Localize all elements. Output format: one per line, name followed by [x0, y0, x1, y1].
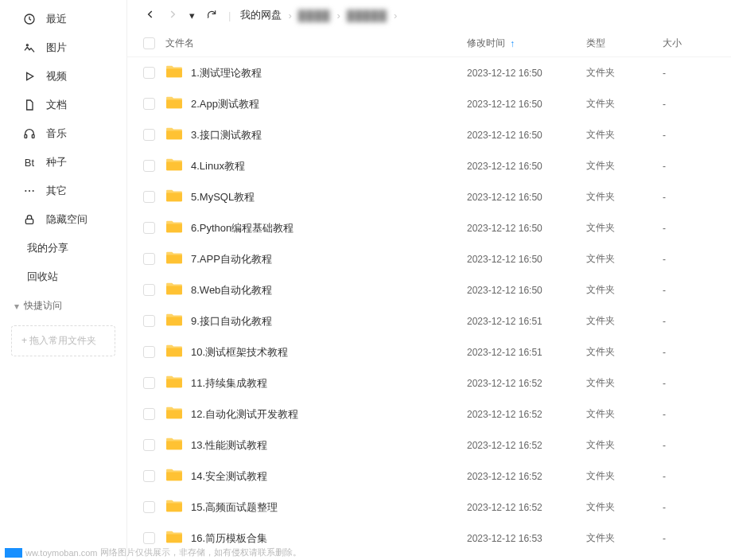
file-name: 15.高频面试题整理 — [191, 500, 278, 515]
table-row[interactable]: 11.持续集成教程2023-12-12 16:52文件夹- — [127, 368, 731, 399]
sidebar-item-recent[interactable]: 最近 — [0, 5, 126, 33]
sidebar-item-images[interactable]: 图片 — [0, 33, 126, 62]
file-date: 2023-12-12 16:53 — [467, 533, 586, 544]
forward-button[interactable] — [165, 9, 180, 22]
file-type: 文件夹 — [586, 159, 663, 173]
table-row[interactable]: 8.Web自动化教程2023-12-12 16:50文件夹- — [127, 274, 731, 305]
sort-asc-icon: ↑ — [510, 38, 515, 49]
table-row[interactable]: 15.高频面试题整理2023-12-12 16:52文件夹- — [127, 492, 731, 523]
breadcrumb-item-2[interactable]: █████ — [347, 10, 387, 21]
sidebar-item-hidden[interactable]: 隐藏空间 — [0, 205, 126, 234]
table-row[interactable]: 14.安全测试教程2023-12-12 16:52文件夹- — [127, 461, 731, 492]
file-size: - — [663, 223, 718, 234]
table-row[interactable]: 13.性能测试教程2023-12-12 16:52文件夹- — [127, 430, 731, 461]
quick-access-header[interactable]: ▾ 快捷访问 — [0, 291, 126, 319]
lock-icon — [22, 213, 37, 226]
svg-point-1 — [26, 45, 28, 46]
row-checkbox[interactable] — [143, 315, 155, 327]
row-checkbox[interactable] — [143, 408, 155, 420]
dropdown-button[interactable]: ▾ — [188, 10, 196, 21]
table-row[interactable]: 3.接口测试教程2023-12-12 16:50文件夹- — [127, 119, 731, 150]
table-row[interactable]: 10.测试框架技术教程2023-12-12 16:51文件夹- — [127, 336, 731, 368]
svg-point-6 — [33, 190, 34, 192]
column-header-date[interactable]: 修改时间 ↑ — [467, 37, 586, 50]
row-checkbox[interactable] — [143, 253, 155, 265]
row-checkbox[interactable] — [143, 470, 155, 482]
breadcrumb-root[interactable]: 我的网盘 — [240, 8, 282, 22]
row-checkbox[interactable] — [143, 67, 155, 79]
table-row[interactable]: 2.App测试教程2023-12-12 16:50文件夹- — [127, 88, 731, 119]
file-name: 8.Web自动化教程 — [191, 283, 272, 298]
column-header-size[interactable]: 大小 — [663, 37, 718, 50]
table-row[interactable]: 4.Linux教程2023-12-12 16:50文件夹- — [127, 150, 731, 181]
breadcrumb-item-1[interactable]: ████ — [298, 10, 331, 21]
image-icon — [22, 41, 37, 54]
row-checkbox[interactable] — [143, 98, 155, 110]
play-icon — [22, 70, 37, 83]
file-type: 文件夹 — [586, 252, 663, 266]
footer-site: ww.toymoban.com — [25, 548, 97, 558]
table-row[interactable]: 1.测试理论教程2023-12-12 16:50文件夹- — [127, 57, 731, 88]
file-name: 7.APP自动化教程 — [191, 252, 272, 266]
sidebar-item-bt[interactable]: Bt 种子 — [0, 148, 126, 177]
file-name: 6.Python编程基础教程 — [191, 221, 294, 235]
row-checkbox[interactable] — [143, 284, 155, 296]
row-checkbox[interactable] — [143, 532, 155, 544]
row-checkbox[interactable] — [143, 129, 155, 141]
column-header-name[interactable]: 文件名 — [165, 37, 467, 50]
svg-point-4 — [25, 190, 26, 192]
file-size: - — [663, 192, 718, 203]
sidebar-item-other[interactable]: 其它 — [0, 177, 126, 205]
refresh-button[interactable] — [204, 9, 219, 22]
folder-icon — [165, 220, 183, 236]
table-row[interactable]: 7.APP自动化教程2023-12-12 16:50文件夹- — [127, 243, 731, 274]
main-area: ▾ | 我的网盘 › ████ › █████ › 文件名 修改时间 ↑ 类型 … — [127, 0, 731, 560]
file-date: 2023-12-12 16:50 — [467, 192, 586, 203]
file-type: 文件夹 — [586, 376, 663, 390]
toolbar: ▾ | 我的网盘 › ████ › █████ › — [127, 0, 731, 30]
back-button[interactable] — [143, 9, 157, 22]
sidebar-item-label: 我的分享 — [27, 241, 68, 255]
row-checkbox[interactable] — [143, 191, 155, 203]
select-all-checkbox[interactable] — [143, 37, 155, 49]
file-date: 2023-12-12 16:52 — [467, 409, 586, 420]
table-row[interactable]: 6.Python编程基础教程2023-12-12 16:50文件夹- — [127, 212, 731, 243]
clock-icon — [22, 13, 37, 25]
row-checkbox[interactable] — [143, 439, 155, 451]
file-name: 11.持续集成教程 — [191, 376, 267, 391]
file-date: 2023-12-12 16:50 — [467, 68, 586, 79]
file-date: 2023-12-12 16:50 — [467, 161, 586, 172]
sidebar-item-music[interactable]: 音乐 — [0, 119, 126, 148]
row-checkbox[interactable] — [143, 160, 155, 172]
row-checkbox[interactable] — [143, 222, 155, 234]
column-header-type[interactable]: 类型 — [586, 37, 663, 50]
sidebar-item-label: 视频 — [46, 69, 67, 84]
sidebar-item-docs[interactable]: 文档 — [0, 91, 126, 119]
folder-icon — [165, 126, 183, 143]
sidebar-item-trash[interactable]: 回收站 — [0, 262, 126, 291]
watermark-badge — [5, 548, 22, 558]
sidebar-item-videos[interactable]: 视频 — [0, 62, 126, 91]
file-type: 文件夹 — [586, 407, 663, 421]
svg-rect-2 — [25, 134, 27, 138]
row-checkbox[interactable] — [143, 346, 155, 358]
file-type: 文件夹 — [586, 531, 663, 545]
file-name: 10.测试框架技术教程 — [191, 345, 288, 360]
sidebar-item-label: 音乐 — [46, 126, 67, 141]
sidebar-item-share[interactable]: 我的分享 — [0, 234, 126, 262]
table-row[interactable]: 9.接口自动化教程2023-12-12 16:51文件夹- — [127, 305, 731, 336]
row-checkbox[interactable] — [143, 377, 155, 389]
chevron-right-icon: › — [337, 10, 340, 21]
sidebar-item-label: 回收站 — [27, 270, 58, 284]
table-row[interactable]: 5.MySQL教程2023-12-12 16:50文件夹- — [127, 181, 731, 212]
file-name: 1.测试理论教程 — [191, 66, 262, 80]
file-size: - — [663, 285, 718, 296]
row-checkbox[interactable] — [143, 501, 155, 513]
file-date: 2023-12-12 16:52 — [467, 440, 586, 451]
sidebar-item-label: 其它 — [46, 184, 67, 198]
table-row[interactable]: 12.自动化测试开发教程2023-12-12 16:52文件夹- — [127, 399, 731, 430]
drop-zone[interactable]: + 拖入常用文件夹 — [11, 325, 115, 356]
file-name: 3.接口测试教程 — [191, 128, 262, 142]
file-date: 2023-12-12 16:52 — [467, 471, 586, 482]
sidebar-item-label: 最近 — [46, 12, 67, 26]
